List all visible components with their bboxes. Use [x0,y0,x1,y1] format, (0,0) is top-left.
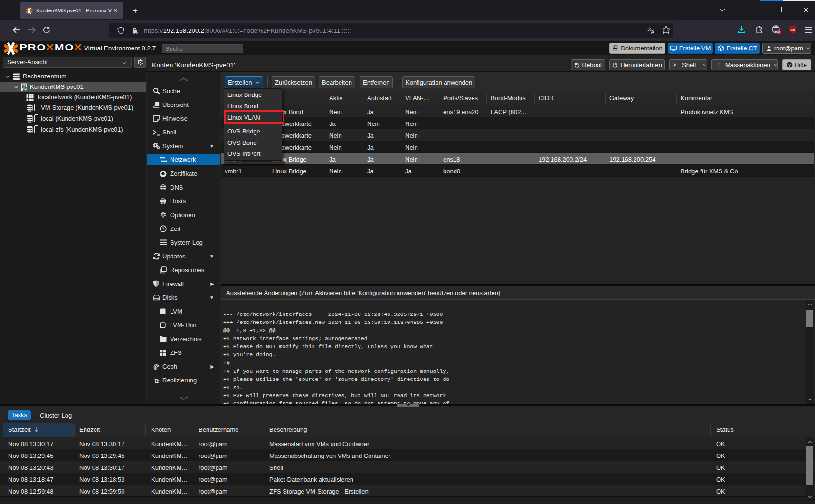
svg-text:?: ? [788,63,791,67]
svg-text:u0: u0 [790,28,795,32]
svg-text:A: A [651,29,654,34]
